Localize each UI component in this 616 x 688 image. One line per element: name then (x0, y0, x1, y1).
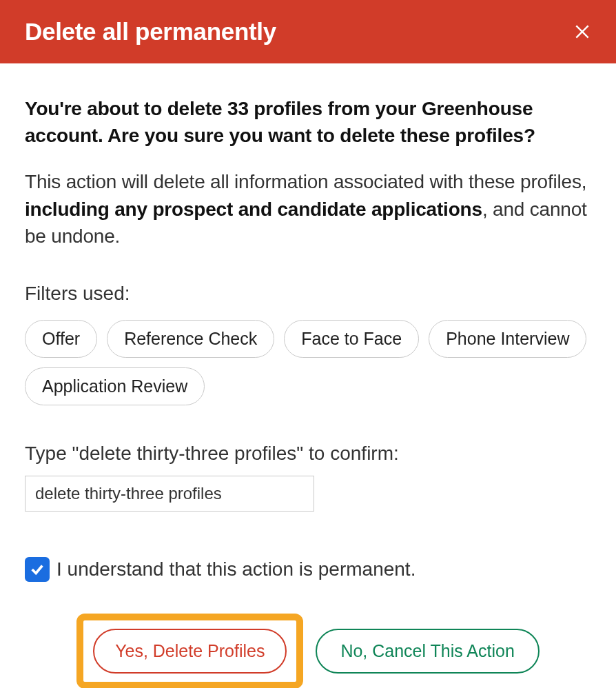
dialog-body: You're about to delete 33 profiles from … (0, 63, 616, 688)
confirm-input[interactable] (25, 476, 314, 512)
yes-delete-button[interactable]: Yes, Delete Profiles (93, 629, 287, 674)
filter-chip: Application Review (25, 367, 205, 405)
warning-description: This action will delete all information … (25, 168, 591, 250)
acknowledge-checkbox[interactable] (25, 557, 50, 582)
filter-chip: Reference Check (107, 320, 274, 358)
acknowledge-row: I understand that this action is permane… (25, 557, 591, 582)
dialog-header: Delete all permanently (0, 0, 616, 63)
highlight-annotation: Yes, Delete Profiles (76, 614, 303, 688)
filter-chip: Face to Face (284, 320, 419, 358)
close-icon[interactable] (573, 23, 591, 41)
dialog-title: Delete all permanently (25, 18, 276, 45)
filters-label: Filters used: (25, 283, 591, 305)
warning-text-bold: including any prospect and candidate app… (25, 199, 482, 220)
filter-chip: Offer (25, 320, 97, 358)
confirm-heading: You're about to delete 33 profiles from … (25, 95, 591, 149)
filter-chip: Phone Interview (429, 320, 586, 358)
no-cancel-button[interactable]: No, Cancel This Action (316, 629, 539, 674)
warning-text-pre: This action will delete all information … (25, 171, 586, 192)
confirm-prompt: Type "delete thirty-three profiles" to c… (25, 443, 591, 465)
filter-chips: Offer Reference Check Face to Face Phone… (25, 320, 591, 405)
dialog-actions: Yes, Delete Profiles No, Cancel This Act… (25, 614, 591, 688)
acknowledge-label: I understand that this action is permane… (57, 558, 415, 580)
